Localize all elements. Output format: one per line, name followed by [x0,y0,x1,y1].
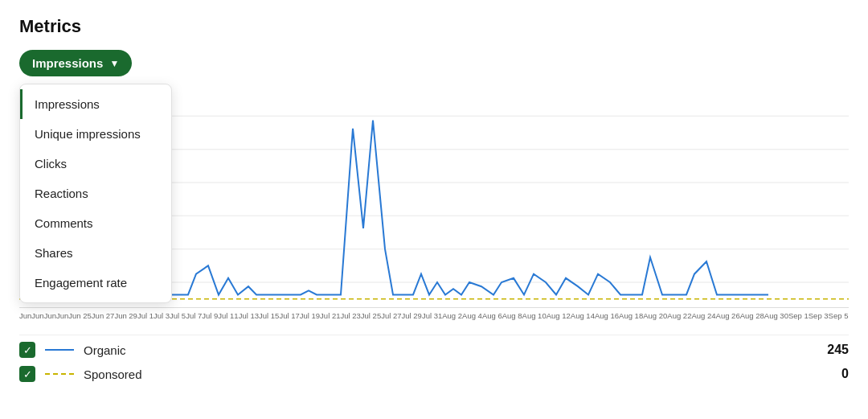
x-axis-label: Jul 11 [218,311,238,320]
sponsored-value: 0 [841,367,849,381]
x-axis-label: Jul 7 [186,311,202,320]
x-axis-labels: JunJunJunJunJun 25Jun 27Jun 29Jul 1Jul 3… [19,308,849,320]
x-axis-label: Jul 23 [340,311,360,320]
dropdown-item-engagement-rate[interactable]: Engagement rate [20,268,171,298]
x-axis-label: Jul 29 [402,311,422,320]
x-axis-label: Jun [56,311,68,320]
x-axis-label: Jul 9 [202,311,218,320]
organic-checkbox[interactable]: ✓ [19,342,35,358]
dropdown-item-reactions[interactable]: Reactions [20,179,171,208]
organic-value: 245 [827,343,849,357]
sponsored-line-icon [45,373,74,375]
organic-line-icon [45,349,74,351]
sponsored-checkbox[interactable]: ✓ [19,366,35,382]
x-axis-label: Jun [44,311,56,320]
x-axis-label: Aug 14 [571,311,595,320]
x-axis-label: Aug 30 [764,311,788,320]
x-axis-label: Sep 1 [788,311,809,320]
metric-dropdown-menu: ImpressionsUnique impressionsClicksReact… [19,84,172,303]
x-axis-label: Jul 1 [137,311,154,320]
x-axis-label: Sep 3 [809,311,829,320]
x-axis-label: Aug 12 [547,311,571,320]
x-axis-label: Jul 13 [239,311,259,320]
x-axis-label: Aug 2 [442,311,462,320]
x-axis-label: Jul 19 [300,311,320,320]
dropdown-item-impressions[interactable]: Impressions [20,89,171,119]
x-axis-label: Jun [31,311,43,320]
x-axis-label: Aug 4 [462,311,482,320]
legend-organic: ✓ Organic 245 [19,342,849,358]
legend-sponsored: ✓ Sponsored 0 [19,366,849,382]
x-axis-label: Aug 22 [667,311,691,320]
x-axis-label: Aug 24 [691,311,715,320]
x-axis-label: Sep 5 [829,311,849,320]
x-axis-label: Jul 15 [259,311,279,320]
chevron-down-icon: ▼ [109,58,119,69]
x-axis-label: Jul 17 [279,311,299,320]
dropdown-button-label: Impressions [32,56,103,70]
x-axis-label: Jun [19,311,31,320]
dropdown-item-unique-impressions[interactable]: Unique impressions [20,119,171,149]
x-axis-label: Aug 8 [502,311,522,320]
x-axis-label: Sep 7 [848,311,849,320]
x-axis-label: Jul 25 [361,311,381,320]
x-axis-label: Aug 28 [740,311,764,320]
x-axis-label: Jun 27 [92,311,115,320]
x-axis-label: Aug 10 [522,311,547,320]
x-axis-label: Aug 6 [482,311,502,320]
metric-dropdown-wrapper: Impressions ▼ ImpressionsUnique impressi… [19,50,132,76]
x-axis-label: Jun 29 [114,311,137,320]
x-axis-label: Jul 27 [381,311,401,320]
dropdown-item-shares[interactable]: Shares [20,238,171,268]
x-axis-label: Jun 25 [68,311,92,320]
x-axis-label: Aug 18 [619,311,643,320]
sponsored-label: Sponsored [84,368,832,381]
x-axis-label: Jul 31 [422,311,442,320]
dropdown-item-comments[interactable]: Comments [20,208,171,238]
organic-label: Organic [84,343,817,357]
impressions-dropdown-button[interactable]: Impressions ▼ [19,50,132,76]
legend: ✓ Organic 245 ✓ Sponsored 0 [19,335,849,382]
dropdown-item-clicks[interactable]: Clicks [20,149,171,179]
x-axis-label: Aug 26 [716,311,740,320]
page-title: Metrics [19,16,849,37]
x-axis-label: Jul 5 [170,311,186,320]
x-axis-label: Aug 20 [643,311,667,320]
x-axis-label: Jul 3 [154,311,170,320]
x-axis-label: Aug 16 [595,311,619,320]
x-axis-label: Jul 21 [320,311,340,320]
